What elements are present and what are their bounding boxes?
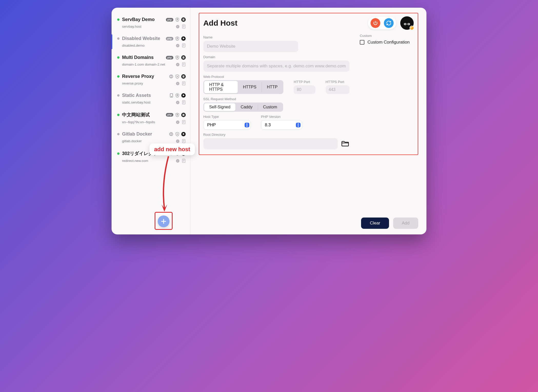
host-mini-icons [176, 120, 186, 124]
svg-point-27 [171, 96, 172, 97]
shield-icon [175, 17, 179, 22]
php-version-value: 8.3 [265, 122, 271, 127]
note-icon[interactable] [182, 120, 186, 124]
add-host-button[interactable] [158, 215, 170, 227]
ssl-option-custom[interactable]: Custom [258, 103, 282, 111]
status-dot-icon [117, 152, 119, 155]
name-input[interactable] [203, 41, 298, 52]
choose-folder-button[interactable] [341, 139, 350, 148]
play-button[interactable] [181, 132, 186, 136]
play-button[interactable] [181, 93, 186, 98]
host-domain: xn--6qq79v.xn--fiqs8s [122, 120, 173, 124]
protocol-option-http-https[interactable]: HTTP & HTTPS [204, 81, 238, 93]
php-badge-icon: php [166, 37, 173, 40]
pause-button[interactable] [181, 17, 186, 22]
pause-button[interactable] [181, 74, 186, 79]
https-port-input[interactable] [326, 85, 350, 94]
php-badge-icon: php [166, 56, 173, 59]
sidebar-host-item[interactable]: 中文网站测试 php xn--6qq79v.xn--fiqs8s [112, 108, 190, 128]
form-column-main: Name Domain Web Protocol HTTP & HTTPS HT… [203, 34, 350, 149]
host-mini-icons [176, 24, 186, 29]
power-button[interactable] [371, 18, 380, 28]
host-title: 中文网站测试 [122, 112, 163, 118]
pause-button[interactable] [181, 113, 186, 117]
note-icon[interactable] [182, 81, 186, 86]
compass-icon[interactable] [176, 25, 180, 29]
compass-icon[interactable] [176, 63, 180, 67]
clear-button[interactable]: Clear [361, 218, 389, 229]
custom-section-label: Custom [360, 34, 414, 38]
host-domain: disabled.demo [122, 44, 173, 47]
web-protocol-label: Web Protocol [203, 75, 284, 79]
page-title: Add Host [203, 19, 368, 27]
shield-icon [175, 93, 179, 98]
svg-rect-12 [177, 57, 178, 58]
status-dot-icon [117, 94, 119, 97]
sidebar: ServBay Demo php servbay.host Disabled W… [112, 8, 191, 234]
compass-icon[interactable] [176, 139, 180, 143]
shield-icon [175, 55, 179, 60]
note-icon[interactable] [182, 43, 186, 48]
sidebar-host-item[interactable]: Multi Domains php domain-1.com domain-2.… [112, 51, 190, 70]
shield-x-icon [175, 132, 179, 136]
compass-icon[interactable] [176, 81, 180, 86]
pause-button[interactable] [181, 55, 186, 60]
host-list: ServBay Demo php servbay.host Disabled W… [112, 13, 190, 167]
sidebar-host-item[interactable]: Disabled Website php disabled.demo [112, 32, 190, 51]
host-type-select[interactable]: PHP [203, 120, 251, 130]
svg-point-40 [170, 132, 173, 136]
host-domain: gitlab.docker [122, 139, 173, 143]
shield-icon [175, 151, 179, 156]
root-directory-input[interactable] [203, 138, 338, 149]
note-icon[interactable] [182, 24, 186, 29]
host-mini-icons [176, 43, 186, 48]
http-port-input[interactable] [294, 85, 315, 94]
host-title: Static Assets [122, 93, 167, 98]
note-icon[interactable] [182, 159, 186, 163]
custom-config-checkbox[interactable] [360, 40, 364, 45]
shield-icon [175, 113, 179, 117]
play-button[interactable] [181, 36, 186, 41]
svg-rect-49 [177, 153, 178, 154]
user-avatar[interactable] [400, 16, 414, 30]
note-icon[interactable] [182, 62, 186, 67]
sidebar-host-item[interactable]: Static Assets static.servbay.host [112, 89, 190, 108]
ssl-method-segmented: Self-Signed Caddy Custom [203, 102, 283, 112]
host-badges [169, 132, 186, 136]
protocol-option-http[interactable]: HTTP [262, 81, 283, 93]
sidebar-host-item[interactable]: ServBay Demo php servbay.host [112, 13, 190, 32]
note-icon[interactable] [182, 139, 186, 143]
compass-icon[interactable] [176, 44, 180, 48]
host-domain: reverse.proxy [122, 81, 173, 85]
note-icon[interactable] [182, 100, 186, 105]
pause-button[interactable] [181, 151, 186, 156]
proxy-icon [169, 74, 173, 79]
add-button[interactable]: Add [393, 218, 418, 229]
host-mini-icons [176, 139, 186, 143]
host-mini-icons [176, 62, 186, 67]
compass-icon[interactable] [176, 100, 180, 105]
host-title: Reverse Proxy [122, 74, 166, 79]
sidebar-host-item[interactable]: 302リダイレクト redirect.new.com [112, 147, 190, 167]
domain-input[interactable] [203, 60, 350, 72]
host-badges [169, 151, 186, 156]
svg-rect-28 [177, 95, 178, 96]
ssl-option-self-signed[interactable]: Self-Signed [204, 103, 236, 111]
host-mini-icons [176, 100, 186, 105]
reload-button[interactable] [384, 18, 394, 28]
host-title: Multi Domains [122, 55, 163, 60]
sidebar-host-item[interactable]: Reverse Proxy reverse.proxy [112, 70, 190, 89]
sidebar-host-item[interactable]: Gitlab Docker gitlab.docker [112, 128, 190, 147]
compass-icon[interactable] [176, 159, 180, 163]
svg-rect-6 [177, 38, 178, 39]
protocol-option-https[interactable]: HTTPS [238, 81, 261, 93]
host-domain: static.servbay.host [122, 100, 173, 104]
host-type-label: Host Type [203, 115, 251, 119]
php-badge-icon: php [166, 113, 173, 117]
host-domain: domain-1.com domain-2.net [122, 63, 173, 66]
compass-icon[interactable] [176, 120, 180, 124]
ssl-option-caddy[interactable]: Caddy [235, 103, 257, 111]
proxy-icon [169, 132, 173, 136]
verified-badge-icon [410, 26, 414, 30]
form-footer: Clear Add [199, 212, 418, 229]
